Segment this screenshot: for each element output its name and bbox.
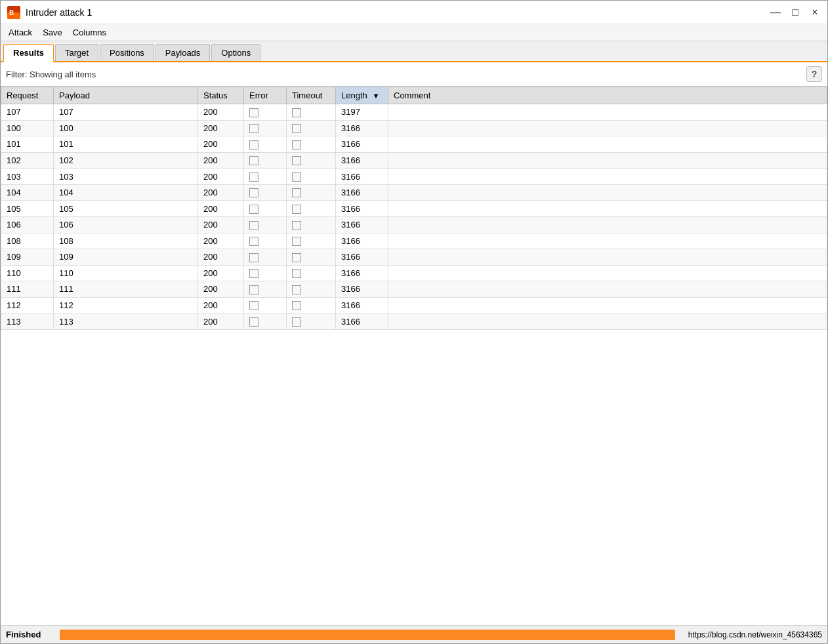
table-row[interactable]: 1091092003166 xyxy=(1,249,827,266)
cell-error[interactable] xyxy=(244,152,287,169)
cell-timeout[interactable] xyxy=(287,184,336,201)
cell-timeout[interactable] xyxy=(287,120,336,136)
menu-save[interactable]: Save xyxy=(37,26,68,39)
cell-request: 102 xyxy=(1,152,54,169)
cell-timeout[interactable] xyxy=(287,265,336,281)
col-header-comment[interactable]: Comment xyxy=(388,87,827,104)
cell-timeout-checkbox[interactable] xyxy=(292,253,301,262)
cell-timeout[interactable] xyxy=(287,249,336,266)
cell-error-checkbox[interactable] xyxy=(249,269,259,278)
cell-timeout[interactable] xyxy=(287,281,336,298)
col-header-length[interactable]: Length ▼ xyxy=(336,87,388,104)
cell-status: 200 xyxy=(198,104,244,121)
cell-error[interactable] xyxy=(244,136,287,153)
cell-length: 3166 xyxy=(336,233,388,249)
tab-payloads[interactable]: Payloads xyxy=(155,44,210,61)
cell-error-checkbox[interactable] xyxy=(249,156,259,165)
filter-help-button[interactable]: ? xyxy=(806,66,822,82)
table-row[interactable]: 1061062003166 xyxy=(1,216,827,233)
cell-error[interactable] xyxy=(244,216,287,233)
cell-timeout-checkbox[interactable] xyxy=(292,205,301,214)
cell-payload: 103 xyxy=(54,169,198,185)
cell-status: 200 xyxy=(198,233,244,249)
tab-target[interactable]: Target xyxy=(55,44,98,61)
tab-positions[interactable]: Positions xyxy=(100,44,154,61)
cell-timeout-checkbox[interactable] xyxy=(292,156,301,165)
cell-error[interactable] xyxy=(244,249,287,266)
cell-timeout[interactable] xyxy=(287,104,336,121)
cell-error-checkbox[interactable] xyxy=(249,301,259,310)
cell-timeout[interactable] xyxy=(287,136,336,153)
cell-error[interactable] xyxy=(244,281,287,298)
bottom-area xyxy=(1,356,827,626)
cell-timeout-checkbox[interactable] xyxy=(292,221,301,230)
cell-error-checkbox[interactable] xyxy=(249,205,259,214)
cell-timeout-checkbox[interactable] xyxy=(292,188,301,197)
cell-error[interactable] xyxy=(244,297,287,313)
menu-attack[interactable]: Attack xyxy=(3,26,37,39)
cell-timeout-checkbox[interactable] xyxy=(292,301,301,310)
table-row[interactable]: 1131132003166 xyxy=(1,313,827,330)
close-button[interactable]: × xyxy=(809,7,821,18)
cell-error[interactable] xyxy=(244,201,287,217)
table-row[interactable]: 1051052003166 xyxy=(1,201,827,217)
cell-timeout-checkbox[interactable] xyxy=(292,269,301,278)
cell-error[interactable] xyxy=(244,265,287,281)
cell-error[interactable] xyxy=(244,104,287,121)
table-row[interactable]: 1021022003166 xyxy=(1,152,827,169)
cell-error[interactable] xyxy=(244,313,287,330)
table-row[interactable]: 1041042003166 xyxy=(1,184,827,201)
table-row[interactable]: 1121122003166 xyxy=(1,297,827,313)
cell-timeout-checkbox[interactable] xyxy=(292,172,301,182)
table-row[interactable]: 1111112003166 xyxy=(1,281,827,298)
cell-timeout-checkbox[interactable] xyxy=(292,237,301,246)
cell-timeout[interactable] xyxy=(287,169,336,185)
cell-error-checkbox[interactable] xyxy=(249,140,259,150)
table-row[interactable]: 1031032003166 xyxy=(1,169,827,185)
cell-length: 3166 xyxy=(336,297,388,313)
cell-timeout-checkbox[interactable] xyxy=(292,108,301,117)
col-header-timeout[interactable]: Timeout xyxy=(287,87,336,104)
cell-error-checkbox[interactable] xyxy=(249,317,259,327)
cell-timeout[interactable] xyxy=(287,216,336,233)
cell-timeout-checkbox[interactable] xyxy=(292,285,301,294)
cell-error[interactable] xyxy=(244,233,287,249)
tab-results[interactable]: Results xyxy=(3,44,54,62)
cell-error-checkbox[interactable] xyxy=(249,253,259,262)
menu-columns[interactable]: Columns xyxy=(68,26,112,39)
cell-error-checkbox[interactable] xyxy=(249,285,259,294)
cell-error-checkbox[interactable] xyxy=(249,237,259,246)
cell-timeout-checkbox[interactable] xyxy=(292,140,301,150)
col-header-payload[interactable]: Payload xyxy=(54,87,198,104)
cell-timeout[interactable] xyxy=(287,297,336,313)
cell-error-checkbox[interactable] xyxy=(249,221,259,230)
cell-error-checkbox[interactable] xyxy=(249,124,259,133)
cell-error-checkbox[interactable] xyxy=(249,172,259,182)
table-row[interactable]: 1081082003166 xyxy=(1,233,827,249)
col-header-status[interactable]: Status xyxy=(198,87,244,104)
table-row[interactable]: 1071072003197 xyxy=(1,104,827,121)
cell-timeout[interactable] xyxy=(287,313,336,330)
cell-timeout-checkbox[interactable] xyxy=(292,124,301,133)
cell-comment xyxy=(388,120,827,136)
cell-status: 200 xyxy=(198,201,244,217)
cell-timeout[interactable] xyxy=(287,233,336,249)
cell-error[interactable] xyxy=(244,120,287,136)
cell-timeout-checkbox[interactable] xyxy=(292,317,301,327)
cell-timeout[interactable] xyxy=(287,152,336,169)
cell-request: 106 xyxy=(1,216,54,233)
tab-options[interactable]: Options xyxy=(211,44,260,61)
table-container[interactable]: Request Payload Status Error Timeout Len… xyxy=(1,87,827,356)
col-header-request[interactable]: Request xyxy=(1,87,54,104)
col-header-error[interactable]: Error xyxy=(244,87,287,104)
cell-error-checkbox[interactable] xyxy=(249,188,259,197)
table-row[interactable]: 1011012003166 xyxy=(1,136,827,153)
cell-error-checkbox[interactable] xyxy=(249,108,259,117)
maximize-button[interactable]: □ xyxy=(789,7,801,18)
cell-timeout[interactable] xyxy=(287,201,336,217)
cell-error[interactable] xyxy=(244,169,287,185)
cell-error[interactable] xyxy=(244,184,287,201)
table-row[interactable]: 1001002003166 xyxy=(1,120,827,136)
minimize-button[interactable]: — xyxy=(770,7,781,18)
table-row[interactable]: 1101102003166 xyxy=(1,265,827,281)
